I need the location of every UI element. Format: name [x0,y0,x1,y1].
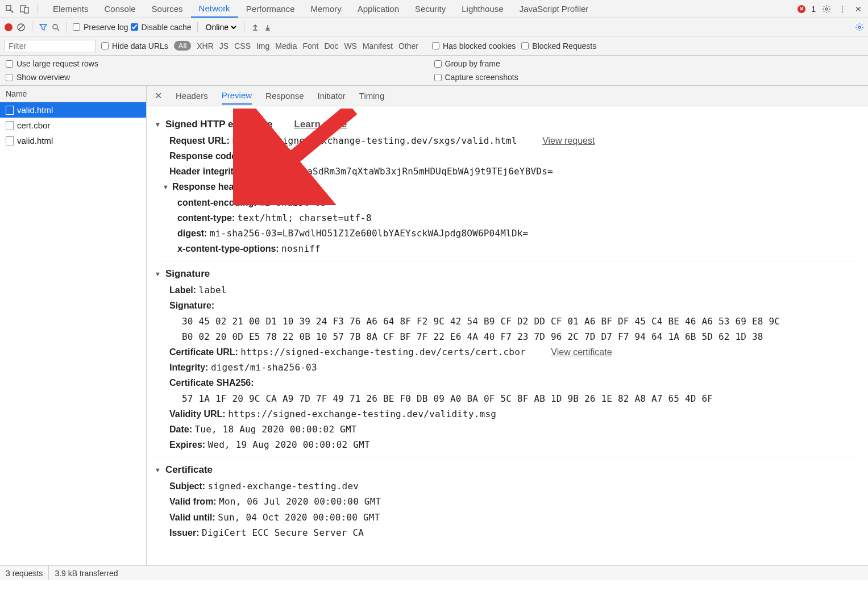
filter-type-xhr[interactable]: XHR [197,41,214,51]
name-column-header[interactable]: Name [0,86,146,102]
issuer-value: DigiCert ECC Secure Server CA [202,527,364,538]
file-icon [6,121,14,130]
use-large-rows-input[interactable] [6,60,13,68]
detail-tab-timing[interactable]: Timing [359,88,384,104]
filter-type-ws[interactable]: WS [344,41,357,51]
filter-type-font[interactable]: Font [302,41,318,51]
tab-memory[interactable]: Memory [303,1,350,17]
show-overview-label: Show overview [16,73,70,82]
preview-content: ▼ Signed HTTP exchange Learn more Reques… [147,106,868,580]
filter-type-all[interactable]: All [174,41,191,51]
tab-performance[interactable]: Performance [238,1,303,17]
section-signature: ▼ Signature Label: label Signature: 30 4… [155,261,860,457]
detail-tab-response[interactable]: Response [265,88,304,104]
tab-console[interactable]: Console [97,1,144,17]
filter-type-css[interactable]: CSS [234,41,251,51]
download-har-icon[interactable] [263,22,273,32]
hide-data-urls-checkbox[interactable]: Hide data URLs [101,41,168,51]
request-row[interactable]: valid.html [0,133,146,148]
use-large-rows-checkbox[interactable]: Use large request rows [6,59,434,68]
blocked-requests-input[interactable] [521,42,529,49]
more-menu-icon[interactable]: ⋮ [837,4,848,14]
tab-lighthouse[interactable]: Lighthouse [454,1,511,17]
separator [244,22,244,32]
integrity-value: digest/mi-sha256-03 [211,362,317,373]
filter-type-media[interactable]: Media [275,41,297,51]
status-requests: 3 requests [0,566,49,580]
detail-tab-preview[interactable]: Preview [222,87,252,105]
tab-jsprofiler[interactable]: JavaScript Profiler [512,1,597,17]
capture-screenshots-input[interactable] [434,74,442,81]
label-key: Label: [169,285,196,295]
digest-key: digest: [177,228,207,238]
tab-security[interactable]: Security [407,1,454,17]
detail-tab-initiator[interactable]: Initiator [318,88,346,104]
valid-from-value: Mon, 06 Jul 2020 00:00:00 GMT [219,496,381,507]
tab-sources[interactable]: Sources [144,1,191,17]
svg-point-9 [858,26,861,28]
exchange-header[interactable]: ▼ Signed HTTP exchange Learn more [155,116,860,133]
preserve-log-input[interactable] [73,23,80,31]
svg-line-6 [57,28,59,31]
error-count[interactable]: 1 [811,5,816,14]
request-list-pane: Name valid.html cert.cbor valid.html 3 r… [0,86,147,580]
clear-button[interactable] [16,22,26,32]
throttling-select[interactable]: Online [203,22,238,32]
disclosure-triangle-icon[interactable]: ▼ [155,465,161,476]
detail-tab-headers[interactable]: Headers [176,88,208,104]
detail-pane: ✕ Headers Preview Response Initiator Tim… [147,86,868,580]
upload-har-icon[interactable] [250,22,260,32]
request-row[interactable]: cert.cbor [0,118,146,133]
view-request-link[interactable]: View request [542,136,595,145]
blocked-requests-checkbox[interactable]: Blocked Requests [521,41,596,51]
close-devtools-icon[interactable]: ✕ [853,4,863,14]
main-split: Name valid.html cert.cbor valid.html 3 r… [0,86,868,580]
preserve-log-checkbox[interactable]: Preserve log [73,23,128,32]
search-icon[interactable] [51,22,61,32]
filter-input[interactable] [5,40,95,52]
inspect-element-icon[interactable] [5,4,15,14]
tab-application[interactable]: Application [350,1,407,17]
has-blocked-cookies-checkbox[interactable]: Has blocked cookies [432,41,516,51]
hide-data-urls-input[interactable] [101,42,109,49]
view-certificate-link[interactable]: View certificate [551,347,612,357]
settings-gear-icon[interactable] [821,4,832,14]
signature-header[interactable]: ▼ Signature [155,266,860,282]
network-settings-gear-icon[interactable] [854,22,865,32]
disclosure-triangle-icon[interactable]: ▼ [163,182,169,193]
filter-toggle-icon[interactable] [38,22,48,32]
show-overview-input[interactable] [6,74,13,81]
disable-cache-checkbox[interactable]: Disable cache [131,23,192,32]
filter-type-js[interactable]: JS [219,41,229,51]
filter-type-manifest[interactable]: Manifest [363,41,393,51]
filter-type-doc[interactable]: Doc [324,41,338,51]
error-badge-icon[interactable]: ✕ [798,5,805,13]
valid-until-key: Valid until: [169,513,215,522]
tab-elements[interactable]: Elements [45,1,97,17]
content-type-value: text/html; charset=utf-8 [238,213,372,223]
tab-network[interactable]: Network [191,0,238,18]
valid-from-key: Valid from: [169,497,217,506]
disclosure-triangle-icon[interactable]: ▼ [155,119,161,130]
response-code-value: 200 [242,151,259,161]
cert-sha-key: Certificate SHA256: [169,378,254,388]
disclosure-triangle-icon[interactable]: ▼ [155,269,161,280]
issuer-key: Issuer: [169,528,199,538]
disable-cache-input[interactable] [131,23,138,31]
certificate-header[interactable]: ▼ Certificate [155,462,860,478]
capture-screenshots-checkbox[interactable]: Capture screenshots [434,73,863,82]
learn-more-link[interactable]: Learn more [294,116,347,133]
filter-type-img[interactable]: Img [256,41,269,51]
group-by-frame-label: Group by frame [445,59,500,68]
response-headers-header[interactable]: ▼ Response headers: [155,179,860,194]
request-row[interactable]: valid.html [0,102,146,118]
group-by-frame-checkbox[interactable]: Group by frame [434,59,863,68]
has-blocked-cookies-input[interactable] [432,42,439,49]
device-toolbar-icon[interactable] [19,4,30,14]
filter-type-other[interactable]: Other [398,41,418,51]
show-overview-checkbox[interactable]: Show overview [6,73,434,82]
record-button[interactable] [3,22,14,32]
validity-url-key: Validity URL: [169,409,226,419]
close-detail-icon[interactable]: ✕ [155,90,162,101]
group-by-frame-input[interactable] [434,60,442,68]
